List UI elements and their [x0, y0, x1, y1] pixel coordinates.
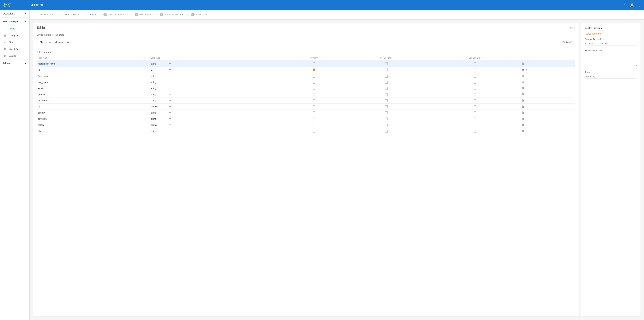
- created-cb-9[interactable]: [385, 117, 388, 120]
- data-type-select-10[interactable]: stringintdoublebigintbooleanfloatdatetim…: [151, 124, 172, 126]
- data-type-6[interactable]: stringintdoublebigintbooleanfloatdatetim…: [149, 97, 285, 104]
- wizard-step-data-processing[interactable]: 4 DATA PROCESSING: [100, 10, 130, 19]
- sidebar-item-sla[interactable]: ✔ SLA: [0, 39, 30, 46]
- data-type-5[interactable]: stringintdoublebigintbooleanfloatdatetim…: [149, 91, 285, 97]
- created-cb-8[interactable]: [385, 111, 388, 114]
- created-cb-4[interactable]: [385, 87, 388, 90]
- primary-checkbox-0[interactable]: [285, 61, 342, 67]
- created-checkbox-11[interactable]: [343, 128, 430, 134]
- data-type-11[interactable]: stringintdoublebigintbooleanfloatdatetim…: [149, 128, 285, 134]
- created-checkbox-10[interactable]: [343, 122, 430, 128]
- primary-cb-6[interactable]: [312, 99, 316, 102]
- data-type-select-2[interactable]: stringintdoublebigintbooleanfloatdatetim…: [151, 75, 172, 77]
- delete-icon-8[interactable]: 🗑: [522, 111, 524, 114]
- primary-checkbox-6[interactable]: [285, 97, 342, 104]
- undo-icon-1[interactable]: ↩: [526, 68, 528, 72]
- primary-checkbox-4[interactable]: [285, 85, 342, 91]
- primary-cb-0[interactable]: [312, 62, 316, 65]
- created-checkbox-4[interactable]: [343, 85, 430, 91]
- data-type-select-5[interactable]: stringintdoublebigintbooleanfloatdatetim…: [151, 93, 172, 96]
- created-cb-5[interactable]: [385, 93, 388, 96]
- updated-checkbox-6[interactable]: [430, 97, 520, 104]
- primary-cb-11[interactable]: [312, 130, 316, 132]
- sidebar-item-catalog[interactable]: ⊞ Catalog: [0, 53, 30, 59]
- created-checkbox-8[interactable]: [343, 110, 430, 116]
- updated-cb-0[interactable]: [474, 62, 476, 65]
- primary-checkbox-7[interactable]: [285, 104, 342, 110]
- updated-cb-4[interactable]: [474, 87, 476, 90]
- sidebar-item-feeds[interactable]: ⟶ Feeds: [0, 25, 30, 32]
- notification-icon[interactable]: 🔔: [630, 3, 634, 7]
- delete-icon-11[interactable]: 🗑: [522, 129, 524, 132]
- primary-checkbox-8[interactable]: [285, 110, 342, 116]
- primary-checkbox-3[interactable]: [285, 79, 342, 85]
- updated-checkbox-11[interactable]: [430, 128, 520, 134]
- primary-cb-3[interactable]: [312, 81, 316, 84]
- data-type-select-6[interactable]: stringintdoublebigintbooleanfloatdatetim…: [151, 99, 172, 102]
- created-checkbox-0[interactable]: [343, 61, 430, 67]
- created-cb-6[interactable]: [385, 99, 388, 102]
- created-cb-1[interactable]: [385, 69, 388, 71]
- primary-cb-9[interactable]: [312, 117, 316, 120]
- data-type-7[interactable]: stringintdoublebigintbooleanfloatdatetim…: [149, 104, 285, 110]
- updated-cb-3[interactable]: [474, 81, 476, 84]
- updated-checkbox-9[interactable]: [430, 116, 520, 122]
- wizard-step-table[interactable]: ✓ TABLE: [84, 10, 99, 19]
- delete-icon-3[interactable]: 🗑: [522, 81, 524, 84]
- sidebar-feed-manager-header[interactable]: Feed Manager ▲: [0, 18, 30, 25]
- created-cb-3[interactable]: [385, 81, 388, 84]
- primary-cb-8[interactable]: [312, 111, 316, 114]
- menu-icon[interactable]: ⋮: [638, 3, 641, 7]
- primary-cb-1[interactable]: [312, 69, 316, 71]
- delete-icon-6[interactable]: 🗑: [522, 99, 524, 102]
- data-type-10[interactable]: stringintdoublebigintbooleanfloatdatetim…: [149, 122, 285, 128]
- updated-checkbox-1[interactable]: [430, 67, 520, 73]
- sidebar-item-categories[interactable]: ⊡ Categories: [0, 32, 30, 39]
- data-type-select-0[interactable]: stringintdoublebigintbooleanfloatdatetim…: [151, 62, 172, 65]
- delete-icon-10[interactable]: 🗑: [522, 123, 524, 126]
- primary-cb-4[interactable]: [312, 87, 316, 90]
- tag-input[interactable]: [585, 74, 637, 79]
- primary-checkbox-11[interactable]: [285, 128, 342, 134]
- primary-cb-2[interactable]: [312, 75, 316, 78]
- delete-icon-4[interactable]: 🗑: [522, 87, 524, 90]
- updated-cb-9[interactable]: [474, 117, 476, 120]
- updated-checkbox-0[interactable]: [430, 61, 520, 67]
- updated-cb-1[interactable]: [474, 69, 476, 71]
- sidebar-operations-header[interactable]: Operations ▲: [0, 10, 30, 18]
- field-description-textarea[interactable]: [585, 53, 637, 67]
- expand-button[interactable]: EXPAND: [562, 41, 572, 44]
- wizard-step-feed-details[interactable]: ✓ FEED DETAILS: [59, 10, 82, 19]
- data-type-select-11[interactable]: stringintdoublebigintbooleanfloatdatetim…: [151, 130, 172, 132]
- primary-checkbox-10[interactable]: [285, 122, 342, 128]
- wizard-step-general-info[interactable]: ✓ GENERAL INFO: [33, 10, 57, 19]
- created-checkbox-7[interactable]: [343, 104, 430, 110]
- updated-checkbox-7[interactable]: [430, 104, 520, 110]
- wizard-step-schedule[interactable]: 7 SCHEDULE: [188, 10, 210, 19]
- updated-cb-6[interactable]: [474, 99, 476, 102]
- updated-checkbox-8[interactable]: [430, 110, 520, 116]
- back-arrow-icon[interactable]: ◀: [31, 3, 33, 7]
- created-cb-7[interactable]: [385, 105, 388, 108]
- created-cb-2[interactable]: [385, 75, 388, 78]
- delete-icon-0[interactable]: 🗑: [522, 62, 524, 65]
- delete-icon-2[interactable]: 🗑: [522, 74, 524, 78]
- updated-checkbox-4[interactable]: [430, 85, 520, 91]
- data-type-3[interactable]: stringintdoublebigintbooleanfloatdatetim…: [149, 79, 285, 85]
- data-type-9[interactable]: stringintdoublebigintbooleanfloatdatetim…: [149, 116, 285, 122]
- primary-checkbox-1[interactable]: [285, 67, 342, 73]
- data-type-0[interactable]: stringintdoublebigintbooleanfloatdatetim…: [149, 61, 285, 67]
- created-cb-11[interactable]: [385, 130, 388, 132]
- sidebar-item-visual-query[interactable]: ⊞ Visual Query: [0, 46, 30, 53]
- data-type-select-3[interactable]: stringintdoublebigintbooleanfloatdatetim…: [151, 81, 172, 84]
- updated-checkbox-10[interactable]: [430, 122, 520, 128]
- updated-cb-5[interactable]: [474, 93, 476, 96]
- primary-checkbox-2[interactable]: [285, 73, 342, 79]
- created-checkbox-9[interactable]: [343, 116, 430, 122]
- wizard-step-properties[interactable]: 5 PROPERTIES: [132, 10, 156, 19]
- updated-cb-7[interactable]: [474, 105, 476, 108]
- created-checkbox-3[interactable]: [343, 79, 430, 85]
- created-cb-0[interactable]: [385, 62, 388, 65]
- data-type-select-9[interactable]: stringintdoublebigintbooleanfloatdatetim…: [151, 117, 172, 120]
- delete-icon-7[interactable]: 🗑: [522, 105, 524, 108]
